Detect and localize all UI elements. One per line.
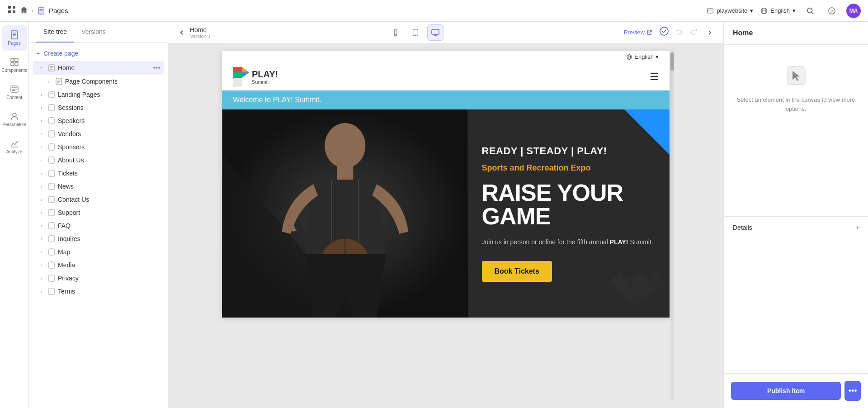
map-label: Map — [58, 248, 160, 256]
svg-point-57 — [395, 34, 396, 35]
page-icon-components — [55, 78, 62, 85]
tree-item-news[interactable]: › News — [33, 180, 164, 193]
canvas-forward-button[interactable] — [703, 26, 716, 39]
breadcrumb-separator: › — [32, 8, 33, 14]
sponsors-label: Sponsors — [58, 143, 160, 151]
tab-versions[interactable]: Versions — [74, 22, 113, 43]
svg-rect-75 — [337, 166, 353, 180]
svg-rect-48 — [49, 196, 54, 203]
svg-rect-45 — [49, 157, 54, 163]
website-selector[interactable]: playwebsite ▾ — [707, 7, 753, 14]
panel-tabs: Site tree Versions — [29, 22, 168, 43]
publish-more-button[interactable]: ••• — [844, 381, 861, 401]
page-icon-support — [48, 209, 55, 216]
chevron-support: › — [38, 209, 45, 216]
tree-item-terms[interactable]: › Terms — [33, 285, 164, 298]
hero-description: Join us in person or online for the fift… — [482, 237, 656, 247]
tree-item-page-components[interactable]: › Page Components — [33, 75, 164, 88]
tree-item-landing-pages[interactable]: › Landing Pages — [33, 88, 164, 101]
chevron-map: › — [38, 248, 45, 256]
canvas-toolbar-left: Home Version 1 — [175, 26, 211, 39]
terms-label: Terms — [58, 288, 160, 295]
home-icon[interactable] — [20, 6, 28, 16]
tree-item-inquires[interactable]: › Inquires — [33, 232, 164, 245]
sidebar-item-components[interactable]: Components — [2, 52, 27, 78]
news-label: News — [58, 183, 160, 190]
tree-item-support[interactable]: › Support — [33, 206, 164, 219]
chevron-tickets: › — [38, 170, 45, 177]
grid-icon[interactable] — [7, 5, 16, 16]
canvas-back-button[interactable] — [175, 26, 188, 39]
topbar-right: playwebsite ▾ English ▾ ? MA — [707, 4, 861, 18]
canvas-toolbar-center — [214, 24, 617, 41]
chevron-page-components: › — [45, 78, 52, 85]
svg-rect-60 — [432, 29, 439, 34]
canvas-language-label[interactable]: English ▾ — [626, 53, 659, 60]
page-info: Home Version 1 — [190, 26, 211, 39]
device-mobile-button[interactable] — [387, 24, 404, 41]
tree-item-media[interactable]: › Media — [33, 259, 164, 271]
svg-marker-69 — [242, 67, 249, 72]
create-page-button[interactable]: + Create page — [29, 46, 168, 61]
svg-rect-1 — [13, 6, 15, 9]
home-more-btn[interactable]: ••• — [153, 64, 160, 72]
preview-label: Preview — [624, 29, 645, 36]
pages-panel: Site tree Versions + Create page › Home … — [29, 22, 168, 408]
svg-marker-71 — [233, 72, 242, 78]
tree-item-map[interactable]: › Map — [33, 246, 164, 258]
svg-text:?: ? — [830, 8, 833, 13]
search-button[interactable] — [803, 4, 817, 18]
inquires-label: Inquires — [58, 235, 160, 242]
svg-point-63 — [660, 27, 668, 35]
tree-item-sponsors[interactable]: › Sponsors — [33, 141, 164, 153]
book-tickets-button[interactable]: Book Tickets — [482, 261, 552, 282]
sidebar-item-analyze[interactable]: Analyze — [2, 134, 27, 159]
sidebar-item-personalize[interactable]: Personalize — [2, 107, 27, 132]
help-button[interactable]: ? — [825, 4, 839, 18]
select-prompt-text: Select an element in the canvas to view … — [733, 95, 859, 113]
tree-item-tickets[interactable]: › Tickets — [33, 167, 164, 180]
svg-rect-54 — [49, 275, 54, 281]
tab-site-tree[interactable]: Site tree — [36, 22, 74, 43]
undo-button[interactable] — [673, 26, 684, 39]
page-icon-about — [48, 157, 55, 164]
svg-rect-24 — [15, 62, 18, 66]
sidebar-item-pages[interactable]: Pages — [2, 25, 27, 51]
svg-rect-43 — [49, 131, 54, 137]
sessions-label: Sessions — [58, 104, 160, 111]
tree-item-vendors[interactable]: › Vendors — [33, 128, 164, 140]
svg-rect-50 — [49, 223, 54, 229]
language-selector[interactable]: English ▾ — [760, 7, 796, 14]
svg-point-13 — [807, 8, 812, 13]
tree-item-sessions[interactable]: › Sessions — [33, 101, 164, 114]
svg-rect-21 — [11, 58, 14, 62]
canvas-scroll[interactable]: English ▾ — [168, 43, 723, 408]
icon-sidebar: Pages Components Content — [0, 22, 29, 408]
more-dots-icon: ••• — [849, 386, 857, 396]
publish-button[interactable]: Publish item — [731, 382, 841, 400]
chevron-media: › — [38, 261, 45, 269]
blue-corner-triangle — [624, 109, 670, 155]
page-icon-media — [48, 261, 55, 269]
svg-rect-55 — [49, 288, 54, 294]
details-section[interactable]: Details ▾ — [724, 216, 868, 238]
svg-point-59 — [415, 35, 415, 35]
device-desktop-button[interactable] — [427, 24, 443, 41]
sidebar-item-content[interactable]: Content — [2, 80, 27, 105]
svg-point-74 — [325, 123, 365, 168]
tree-item-about-us[interactable]: › About Us — [33, 154, 164, 166]
preview-button[interactable]: Publish item Preview — [620, 27, 656, 38]
hamburger-menu[interactable]: ☰ — [650, 71, 659, 83]
home-label: Home — [58, 64, 153, 71]
user-avatar[interactable]: MA — [846, 4, 861, 18]
plus-icon: + — [36, 50, 40, 57]
tree-item-speakers[interactable]: › Speakers — [33, 114, 164, 127]
hero-section: READY | STEADY | PLAY! Sports and Recrea… — [222, 109, 670, 318]
device-tablet-button[interactable] — [407, 24, 424, 41]
tree-item-faq[interactable]: › FAQ — [33, 219, 164, 232]
tree-item-contact-us[interactable]: › Contact Us — [33, 193, 164, 206]
svg-rect-51 — [49, 236, 54, 242]
tree-item-privacy[interactable]: › Privacy — [33, 272, 164, 285]
tree-item-home[interactable]: › Home ••• — [33, 61, 164, 75]
redo-button[interactable] — [688, 26, 700, 39]
